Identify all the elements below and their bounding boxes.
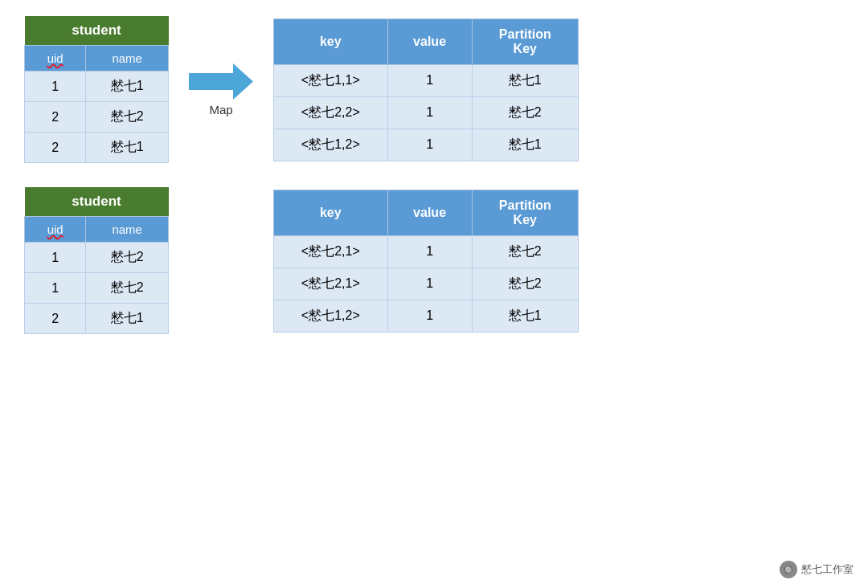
top-kv-r1-value: 1 <box>387 64 472 96</box>
bottom-kv-r3-value: 1 <box>387 300 472 332</box>
top-arrow-icon <box>189 63 253 100</box>
bottom-kv-row-3: <慭七1,2> 1 慭七1 <box>274 300 579 332</box>
bottom-student-r3-uid: 2 <box>25 304 86 334</box>
top-student-col-name: name <box>86 46 169 71</box>
bottom-kv-r1-value: 1 <box>387 235 472 267</box>
top-kv-r2-value: 1 <box>387 96 472 129</box>
top-arrow-container: Map <box>185 63 257 116</box>
bottom-kv-r2-partition: 慭七2 <box>472 267 578 300</box>
top-student-r3-name: 慭七1 <box>86 133 169 163</box>
top-arrow-label: Map <box>209 103 232 116</box>
top-student-table: student uid name 1 慭七1 2 慭七2 2 慭七1 <box>24 16 169 163</box>
top-student-r1-name: 慭七1 <box>86 71 169 102</box>
top-student-r2-name: 慭七2 <box>86 102 169 133</box>
bottom-student-title-row: student <box>25 187 169 217</box>
bottom-kv-r2-key: <慭七2,1> <box>274 267 388 300</box>
top-student-title-row: student <box>25 16 169 46</box>
bottom-student-row-1: 1 慭七2 <box>25 243 169 273</box>
top-kv-col-value: value <box>387 18 472 64</box>
bottom-student-header-row: uid name <box>25 217 169 243</box>
main-container: student uid name 1 慭七1 2 慭七2 2 慭七1 <box>0 0 868 588</box>
top-kv-r1-partition: 慭七1 <box>472 64 578 96</box>
top-student-col-uid: uid <box>25 46 86 71</box>
svg-marker-0 <box>189 63 253 100</box>
top-student-r1-uid: 1 <box>25 71 86 102</box>
top-kv-table: key value PartitionKey <慭七1,1> 1 慭七1 <慭七… <box>273 18 579 161</box>
bottom-student-r1-name: 慭七2 <box>86 243 169 273</box>
top-student-row-1: 1 慭七1 <box>25 71 169 102</box>
bottom-kv-col-key: key <box>274 190 388 235</box>
top-student-r3-uid: 2 <box>25 133 86 163</box>
bottom-student-table: student uid name 1 慭七2 1 慭七2 2 慭七1 <box>24 187 169 334</box>
top-kv-r2-partition: 慭七2 <box>472 96 578 129</box>
top-student-title: student <box>25 16 169 46</box>
top-kv-r3-partition: 慭七1 <box>472 129 578 161</box>
watermark-icon: 🔘 <box>780 561 797 578</box>
top-kv-row-3: <慭七1,2> 1 慭七1 <box>274 129 579 161</box>
bottom-student-r2-uid: 1 <box>25 273 86 304</box>
top-row: student uid name 1 慭七1 2 慭七2 2 慭七1 <box>24 16 844 163</box>
top-kv-r2-key: <慭七2,2> <box>274 96 388 129</box>
top-kv-row-1: <慭七1,1> 1 慭七1 <box>274 64 579 96</box>
bottom-kv-r1-key: <慭七2,1> <box>274 235 388 267</box>
bottom-student-col-name: name <box>86 217 169 243</box>
top-student-header-row: uid name <box>25 46 169 71</box>
bottom-kv-r3-key: <慭七1,2> <box>274 300 388 332</box>
top-kv-col-key: key <box>274 18 388 64</box>
top-kv-r3-value: 1 <box>387 129 472 161</box>
bottom-kv-r2-value: 1 <box>387 267 472 300</box>
top-kv-r3-key: <慭七1,2> <box>274 129 388 161</box>
watermark: 🔘 慭七工作室 <box>780 561 854 578</box>
bottom-student-col-uid: uid <box>25 217 86 243</box>
bottom-student-r3-name: 慭七1 <box>86 304 169 334</box>
top-kv-row-2: <慭七2,2> 1 慭七2 <box>274 96 579 129</box>
bottom-kv-r3-partition: 慭七1 <box>472 300 578 332</box>
bottom-student-r1-uid: 1 <box>25 243 86 273</box>
bottom-row: student uid name 1 慭七2 1 慭七2 2 慭七1 <box>24 187 844 334</box>
bottom-student-title: student <box>25 187 169 217</box>
bottom-kv-col-value: value <box>387 190 472 235</box>
bottom-kv-header-row: key value PartitionKey <box>274 190 579 235</box>
top-student-row-3: 2 慭七1 <box>25 133 169 163</box>
bottom-kv-col-partition: PartitionKey <box>472 190 578 235</box>
top-kv-r1-key: <慭七1,1> <box>274 64 388 96</box>
top-student-row-2: 2 慭七2 <box>25 102 169 133</box>
top-kv-col-partition: PartitionKey <box>472 18 578 64</box>
top-student-r2-uid: 2 <box>25 102 86 133</box>
top-kv-header-row: key value PartitionKey <box>274 18 579 64</box>
bottom-student-r2-name: 慭七2 <box>86 273 169 304</box>
bottom-student-row-2: 1 慭七2 <box>25 273 169 304</box>
bottom-kv-table: key value PartitionKey <慭七2,1> 1 慭七2 <慭七… <box>273 190 579 333</box>
watermark-text: 慭七工作室 <box>801 562 854 577</box>
bottom-student-row-3: 2 慭七1 <box>25 304 169 334</box>
bottom-kv-row-1: <慭七2,1> 1 慭七2 <box>274 235 579 267</box>
bottom-kv-r1-partition: 慭七2 <box>472 235 578 267</box>
bottom-kv-row-2: <慭七2,1> 1 慭七2 <box>274 267 579 300</box>
